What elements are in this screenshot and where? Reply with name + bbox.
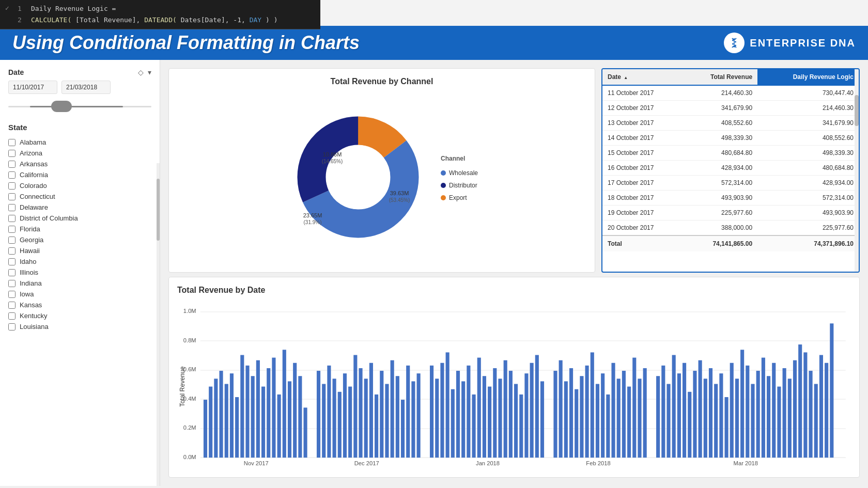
state-checkbox[interactable] [8,247,16,255]
bar-21 [317,371,320,458]
date-start-input[interactable]: 11/10/2017 [8,81,57,94]
svg-point-4 [735,45,736,46]
donut-panel: Total Revenue by Channel [168,68,595,273]
bar-79 [638,379,641,458]
bar-78 [632,358,636,458]
bar-37 [401,400,405,458]
bar-24 [333,379,336,458]
slider-track [8,106,151,107]
code-line-2: CALCULATE( [Total Revenue], DATEADD( Dat… [31,14,277,26]
state-label: District of Columbia [20,214,78,222]
cell-date: 16 October 2017 [602,161,683,176]
state-checkbox[interactable] [8,302,16,309]
cell-date: 13 October 2017 [602,116,683,131]
bar-107 [793,360,797,458]
bar-106 [788,379,792,458]
bar-103 [772,363,776,458]
table-scroll-container[interactable]: Date ▲ Total Revenue Daily Revenue Logic… [602,69,859,272]
state-checkbox[interactable] [8,171,16,179]
table-row: 20 October 2017 388,000.00 225,977.60 [602,221,859,236]
date-filter: Date ◇ ▾ 11/10/2017 21/03/2018 [8,68,151,113]
state-item: Louisiana [8,321,151,332]
cell-logic: 214,460.30 [757,101,859,116]
state-label: Alabama [20,138,46,146]
state-checkbox[interactable] [8,312,16,320]
bar-55 [504,360,507,458]
state-checkbox[interactable] [8,193,16,200]
state-checkbox[interactable] [8,280,16,287]
bar-15 [277,395,281,458]
export-pct: (14.65%) [322,159,343,164]
table-row: 16 October 2017 428,934.00 480,684.80 [602,161,859,176]
bar-25 [338,392,342,458]
bar-104 [777,387,781,458]
page-title: Using Conditional Formatting in Charts [12,32,360,54]
bar-19 [298,376,302,458]
col-date[interactable]: Date ▲ [602,69,683,85]
line-number-1: 1 [18,3,26,14]
state-item: Florida [8,224,151,234]
state-checkbox[interactable] [8,182,16,190]
sidebar-scrollbar[interactable] [157,163,160,486]
col-revenue[interactable]: Total Revenue [683,69,757,85]
table-scrollbar[interactable] [855,69,859,272]
state-label: Kansas [20,301,42,309]
wholesale-label-text: Wholesale [449,169,478,177]
bar-72 [601,373,605,458]
diamond-icon[interactable]: ◇ [138,68,144,76]
cell-logic: 498,339.30 [757,146,859,161]
bar-86 [683,363,686,458]
chevron-down-icon[interactable]: ▾ [148,68,151,76]
bar-67 [575,389,578,458]
state-checkbox[interactable] [8,161,16,168]
bar-112 [819,355,823,458]
slider-connected-thumb[interactable] [51,101,72,112]
table-row: 14 October 2017 498,339.30 408,552.60 [602,131,859,146]
bar-60 [530,363,534,458]
code-line-1: Daily Revenue Logic = [31,3,116,14]
col-logic[interactable]: Daily Revenue Logic [757,69,859,85]
sidebar-scrollbar-thumb [157,179,160,241]
bar-81 [656,376,660,458]
bar-63 [553,371,557,458]
bar-46 [456,371,460,458]
state-checkbox[interactable] [8,150,16,157]
state-checkbox[interactable] [8,323,16,330]
state-label: Illinois [20,269,38,276]
state-checkbox[interactable] [8,226,16,233]
table-total-row: Total 74,141,865.00 74,371,896.10 [602,235,859,251]
bar-92 [714,384,718,458]
bar-22 [322,384,326,458]
date-range-slider[interactable] [8,100,151,113]
bar-chart-svg: 0.0M 0.2M 0.4M 0.6M 0.8M 1.0M Total Reve… [177,299,851,469]
logo-icon [724,33,745,53]
bar-43 [440,363,444,458]
state-checkbox[interactable] [8,291,16,298]
bar-94 [725,397,729,458]
state-checkbox[interactable] [8,139,16,146]
bar-30 [364,379,368,458]
bar-97 [740,350,744,458]
state-checkbox[interactable] [8,204,16,211]
state-checkbox[interactable] [8,269,16,276]
checkmark-icon: ✓ [5,4,9,12]
state-checkbox[interactable] [8,258,16,265]
y-tick-4: 0.8M [183,337,196,343]
cell-logic: 572,314.00 [757,191,859,206]
bar-14 [272,358,275,458]
state-checkbox[interactable] [8,215,16,222]
state-label: Idaho [20,258,37,265]
state-filter-label: State [8,123,151,132]
state-filter: State Alabama Arizona Arkansas Californi… [8,123,151,332]
bar-41 [430,366,433,458]
date-end-input[interactable]: 21/03/2018 [61,81,111,94]
bar-51 [483,376,486,458]
state-label: Iowa [20,290,34,298]
bar-75 [617,379,621,458]
bar-16 [283,350,286,458]
state-checkbox[interactable] [8,237,16,244]
bar-18 [293,363,297,458]
y-tick-1: 0.2M [183,424,196,431]
donut-chart-area: 10.86M (14.65%) 39.63M (53.45%) 23.65M (… [177,92,586,264]
state-item: Indiana [8,278,151,289]
